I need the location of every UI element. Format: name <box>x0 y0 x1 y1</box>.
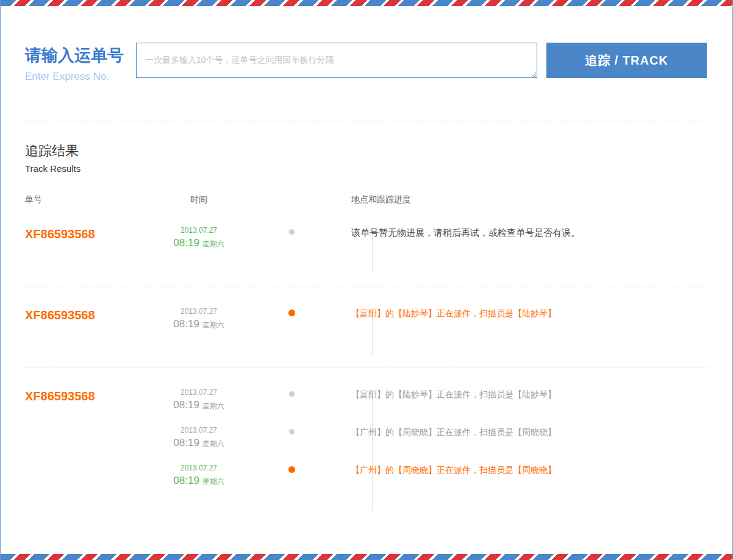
event-date: 2013.07.27 <box>150 307 248 316</box>
event-date: 2013.07.27 <box>150 464 248 472</box>
search-label: 请输入运单号 Enter Express No. <box>25 43 136 83</box>
timeline-dot <box>289 429 295 434</box>
results-rows: XF86593568 2013.07.27 08:19 星期六 该单号暂无物进展… <box>25 205 708 523</box>
event-time: 2013.07.27 08:19 星期六 <box>150 464 248 502</box>
section-divider <box>25 121 708 121</box>
search-title-cn: 请输入运单号 <box>25 47 136 65</box>
event-weekday: 星期六 <box>202 239 224 248</box>
timeline-event: 2013.07.27 08:19 星期六 【富阳】的【陆妙琴】正在派件，扫描员是… <box>150 388 708 426</box>
timeline-dot-cell <box>248 426 336 464</box>
event-clock: 08:19 星期六 <box>150 399 248 411</box>
event-weekday: 星期六 <box>202 321 224 329</box>
event-message: 【富阳】的【陆妙琴】正在派件，扫描员是【陆妙琴】 <box>336 307 708 345</box>
event-clock: 08:19 星期六 <box>150 237 248 249</box>
timeline: 2013.07.27 08:19 星期六 【富阳】的【陆妙琴】正在派件，扫描员是… <box>150 307 708 345</box>
timeline-dot <box>288 466 295 473</box>
timeline-event: 2013.07.27 08:19 星期六 该单号暂无物进展，请稍后再试，或检查单… <box>150 226 708 264</box>
timeline-dot <box>289 229 295 235</box>
table-row: XF86593568 2013.07.27 08:19 星期六 该单号暂无物进展… <box>25 205 708 286</box>
timeline-dot-cell <box>248 307 336 345</box>
timeline-dot <box>288 310 295 316</box>
event-date: 2013.07.27 <box>150 388 248 397</box>
column-header-time: 时间 <box>150 194 248 205</box>
event-message: 该单号暂无物进展，请稍后再试，或检查单号是否有误。 <box>336 226 708 264</box>
tracking-number: XF86593568 <box>25 307 150 345</box>
event-weekday: 星期六 <box>202 402 224 410</box>
waybill-input[interactable] <box>136 43 537 78</box>
timeline-event: 2013.07.27 08:19 星期六 【广州】的【周晓晓】正在派件，扫描员是… <box>150 426 708 464</box>
timeline-dot-cell <box>248 464 336 502</box>
event-time: 2013.07.27 08:19 星期六 <box>150 307 248 345</box>
event-time: 2013.07.27 08:19 星期六 <box>150 426 248 464</box>
timeline-event: 2013.07.27 08:19 星期六 【广州】的【周晓晓】正在派件，扫描员是… <box>150 464 708 502</box>
table-row: XF86593568 2013.07.27 08:19 星期六 【富阳】的【陆妙… <box>25 286 708 367</box>
event-message: 【富阳】的【陆妙琴】正在派件，扫描员是【陆妙琴】 <box>336 388 708 426</box>
event-message: 【广州】的【周晓晓】正在派件，扫描员是【周晓晓】 <box>336 426 708 464</box>
results-title-en: Track Results <box>25 163 708 174</box>
tracking-number: XF86593568 <box>25 388 150 502</box>
table-row: XF86593568 2013.07.27 08:19 星期六 【富阳】的【陆妙… <box>25 367 708 523</box>
page: 请输入运单号 Enter Express No. 追踪 / TRACK 追踪结果… <box>0 0 733 560</box>
tracking-number: XF86593568 <box>25 226 150 264</box>
airmail-stripe-top <box>1 0 732 6</box>
content: 请输入运单号 Enter Express No. 追踪 / TRACK 追踪结果… <box>1 6 732 554</box>
results-title-cn: 追踪结果 <box>25 142 708 160</box>
timeline-event: 2013.07.27 08:19 星期六 【富阳】的【陆妙琴】正在派件，扫描员是… <box>150 307 708 345</box>
column-header-progress: 地点和跟踪进度 <box>336 194 708 205</box>
column-header-spacer <box>248 194 336 205</box>
track-button[interactable]: 追踪 / TRACK <box>546 43 707 78</box>
timeline: 2013.07.27 08:19 星期六 【富阳】的【陆妙琴】正在派件，扫描员是… <box>150 388 708 502</box>
event-clock: 08:19 星期六 <box>150 475 248 487</box>
event-date: 2013.07.27 <box>150 426 248 434</box>
event-time: 2013.07.27 08:19 星期六 <box>150 388 248 426</box>
timeline-dot-cell <box>248 226 336 264</box>
timeline: 2013.07.27 08:19 星期六 该单号暂无物进展，请稍后再试，或检查单… <box>150 226 708 264</box>
event-date: 2013.07.27 <box>150 226 248 235</box>
column-header-number: 单号 <box>25 194 150 205</box>
airmail-stripe-bottom <box>1 554 732 560</box>
event-message: 【广州】的【周晓晓】正在派件，扫描员是【周晓晓】 <box>336 464 708 502</box>
event-weekday: 星期六 <box>202 439 224 448</box>
event-clock: 08:19 星期六 <box>150 437 248 449</box>
table-header: 单号 时间 地点和跟踪进度 <box>25 194 708 205</box>
search-title-en: Enter Express No. <box>25 71 136 83</box>
timeline-dot <box>289 391 295 397</box>
search-section: 请输入运单号 Enter Express No. 追踪 / TRACK <box>25 43 708 83</box>
event-clock: 08:19 星期六 <box>150 318 248 330</box>
timeline-dot-cell <box>248 388 336 426</box>
event-weekday: 星期六 <box>202 477 224 486</box>
event-time: 2013.07.27 08:19 星期六 <box>150 226 248 264</box>
